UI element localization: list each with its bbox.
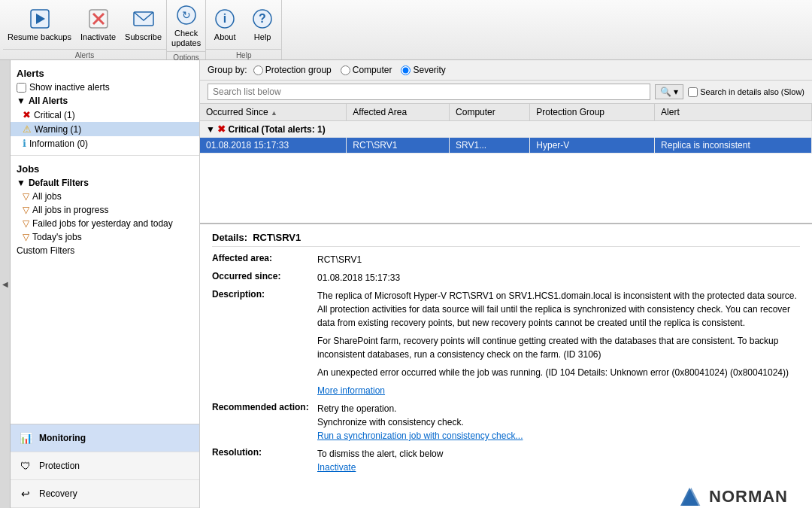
jobs-section-title: Jobs (11, 160, 199, 176)
subscribe-label: Subscribe (125, 32, 162, 42)
sidebar-item-critical[interactable]: ✖ Critical (1) (11, 108, 199, 122)
sort-icon: ▲ (271, 109, 277, 117)
subscribe-button[interactable]: Subscribe (120, 4, 166, 45)
help-button[interactable]: ? Help (244, 4, 281, 45)
information-badge: (0) (77, 138, 88, 149)
protection-icon: 🛡 (18, 458, 33, 473)
recovery-label: Recovery (39, 488, 77, 499)
details-recommended-label: Recommended action: (212, 402, 317, 443)
svg-text:i: i (223, 12, 226, 25)
show-inactive-row[interactable]: Show inactive alerts (11, 81, 199, 94)
inactivate-button[interactable]: Inactivate (76, 4, 120, 45)
resolution-line-1: To dismiss the alert, click below (317, 447, 800, 461)
jobs-in-progress-label: All jobs in progress (32, 205, 108, 215)
search-slow-option[interactable]: Search in details also (Slow) (688, 87, 804, 97)
critical-badge: (1) (64, 110, 75, 120)
all-alerts-parent[interactable]: ▼ All Alerts (11, 94, 199, 108)
norman-logo: NORMAN (212, 479, 800, 508)
radio-computer[interactable]: Computer (341, 65, 392, 75)
radio-severity-input[interactable] (401, 65, 411, 75)
help-group-label: Help (206, 49, 281, 59)
monitoring-icon: 📊 (18, 430, 33, 446)
content-area: Group by: Protection group Computer Seve… (200, 60, 812, 508)
search-input[interactable] (208, 84, 650, 100)
details-affected-area-label: Affected area: (212, 253, 317, 266)
show-inactive-checkbox[interactable] (17, 83, 26, 93)
custom-filters-label: Custom Filters (11, 244, 199, 257)
more-information-link[interactable]: More information (317, 385, 385, 396)
details-affected-area-value: RCT\SRV1 (317, 253, 800, 266)
warning-icon: ⚠ (23, 123, 32, 135)
svg-text:↻: ↻ (182, 9, 191, 21)
details-occurred-row: Occurred since: 01.08.2018 15:17:33 (212, 271, 800, 284)
col-computer[interactable]: Computer (450, 104, 530, 121)
resume-backups-button[interactable]: Resume backups (3, 4, 76, 45)
monitoring-label: Monitoring (39, 433, 86, 443)
resume-backups-label: Resume backups (8, 32, 71, 42)
collapse-icon: ▼ (17, 96, 26, 106)
filter-icon-failed: ▽ (23, 218, 29, 229)
inactivate-link[interactable]: Inactivate (317, 462, 356, 473)
filter-icon-today: ▽ (23, 232, 29, 242)
cell-computer: SRV1... (450, 138, 530, 154)
sidebar-item-jobs-in-progress[interactable]: ▽ All jobs in progress (11, 203, 199, 217)
sidebar-toggle[interactable]: ◀ (0, 60, 11, 508)
col-alert[interactable]: Alert (655, 104, 812, 121)
details-description-value: The replica of Microsoft Hyper-V RCT\SRV… (317, 289, 800, 397)
help-icon: ? (250, 7, 274, 31)
check-updates-label: Checkupdates (171, 29, 201, 48)
table-row[interactable]: 01.08.2018 15:17:33 RCT\SRV1 SRV1... Hyp… (200, 138, 812, 154)
search-button[interactable]: 🔍 ▾ (655, 84, 683, 99)
alerts-table: Occurred Since ▲ Affected Area Computer … (200, 104, 812, 154)
cell-occurred: 01.08.2018 15:17:33 (200, 138, 347, 154)
filter-icon-all: ▽ (23, 191, 29, 202)
alerts-group-label: Alerts (3, 49, 166, 59)
group-by-label: Group by: (208, 65, 247, 75)
details-occurred-label: Occurred since: (212, 271, 317, 284)
description-para-2: For SharePoint farm, recovery points wil… (317, 334, 800, 361)
nav-tab-recovery[interactable]: ↩ Recovery (11, 480, 199, 508)
group-by-bar: Group by: Protection group Computer Seve… (200, 60, 812, 81)
col-occurred-since[interactable]: Occurred Since ▲ (200, 104, 347, 121)
col-affected-area[interactable]: Affected Area (347, 104, 450, 121)
main-layout: ◀ Alerts Show inactive alerts ▼ All Aler… (0, 60, 812, 508)
recommended-line-2: Synchronize with consistency check. (317, 415, 800, 429)
nav-tab-monitoring[interactable]: 📊 Monitoring (11, 424, 199, 452)
recommended-line-1: Retry the operation. (317, 402, 800, 415)
radio-protection-group-input[interactable] (253, 65, 263, 75)
sync-job-link[interactable]: Run a synchronization job with consisten… (317, 430, 523, 441)
sidebar-item-all-jobs[interactable]: ▽ All jobs (11, 190, 199, 203)
about-button[interactable]: i About (206, 4, 244, 45)
radio-protection-group-label: Protection group (265, 65, 332, 75)
recovery-icon: ↩ (18, 486, 33, 501)
resolution-link-container: Inactivate (317, 461, 800, 474)
divider-1 (11, 155, 199, 156)
check-updates-button[interactable]: ↻ Checkupdates (167, 0, 205, 51)
radio-computer-input[interactable] (341, 65, 350, 75)
cell-alert: Replica is inconsistent (655, 138, 812, 154)
sidebar-item-warning[interactable]: ⚠ Warning (1) (11, 122, 199, 136)
search-slow-checkbox[interactable] (688, 87, 698, 97)
default-filters-parent[interactable]: ▼ Default Filters (11, 176, 199, 190)
group-label: Critical (Total alerts: 1) (229, 124, 326, 135)
alerts-table-container: Occurred Since ▲ Affected Area Computer … (200, 104, 812, 224)
details-description-row: Description: The replica of Microsoft Hy… (212, 289, 800, 397)
alerts-section-title: Alerts (11, 65, 199, 81)
sidebar-item-todays-jobs[interactable]: ▽ Today's jobs (11, 230, 199, 244)
subscribe-icon (132, 7, 156, 31)
col-protection-group[interactable]: Protection Group (530, 104, 655, 121)
radio-protection-group[interactable]: Protection group (253, 65, 332, 75)
search-slow-label: Search in details also (Slow) (700, 87, 804, 96)
cell-affected-area: RCT\SRV1 (347, 138, 450, 154)
sidebar-item-failed-jobs[interactable]: ▽ Failed jobs for yesterday and today (11, 217, 199, 230)
about-label: About (214, 32, 236, 42)
critical-icon: ✖ (23, 109, 31, 120)
sidebar-item-information[interactable]: ℹ Information (0) (11, 136, 199, 151)
info-icon: ℹ (23, 138, 26, 149)
nav-tab-protection[interactable]: 🛡 Protection (11, 452, 199, 480)
radio-severity[interactable]: Severity (401, 65, 445, 75)
inactivate-icon (86, 7, 111, 31)
critical-label: Critical (1) (34, 110, 75, 120)
group-critical-icon: ✖ (217, 123, 226, 135)
group-row-critical[interactable]: ▼ ✖ Critical (Total alerts: 1) (200, 121, 812, 138)
